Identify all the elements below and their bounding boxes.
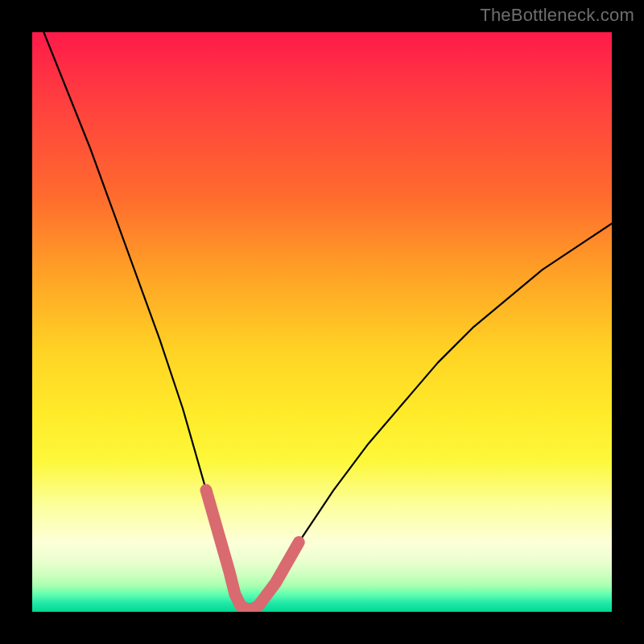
chart-frame: TheBottleneck.com (0, 0, 644, 644)
bottleneck-curve (43, 32, 612, 609)
left-highlight-segment (206, 490, 246, 609)
curve-svg (32, 32, 612, 612)
watermark-text: TheBottleneck.com (480, 5, 634, 26)
plot-area (32, 32, 612, 612)
right-highlight-segment (246, 543, 299, 609)
